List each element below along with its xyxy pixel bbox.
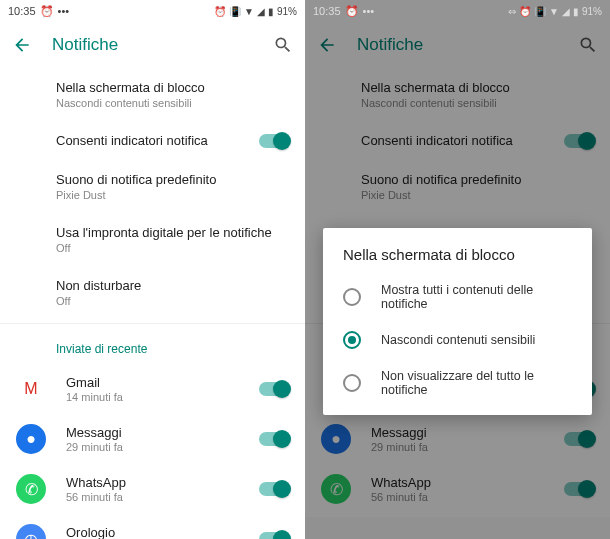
app-name: WhatsApp	[66, 475, 259, 490]
radio-icon	[343, 288, 361, 306]
more-icon: •••	[363, 5, 375, 17]
link-icon: ⇔	[508, 6, 516, 17]
app-row[interactable]: M Gmail 14 minuti fa	[0, 364, 305, 414]
status-time: 10:35	[8, 5, 36, 17]
app-row[interactable]: ● Messaggi 29 minuti fa	[0, 414, 305, 464]
alarm-icon2: ⏰	[519, 6, 531, 17]
app-icon: ✆	[16, 474, 46, 504]
fingerprint-setting[interactable]: Usa l'impronta digitale per le notifiche…	[0, 213, 305, 266]
alarm-icon: ⏰	[40, 5, 54, 18]
sound-title: Suono di notifica predefinito	[56, 172, 289, 187]
battery-icon: ▮	[268, 6, 274, 17]
fingerprint-title: Usa l'impronta digitale per le notifiche	[56, 225, 289, 240]
badges-setting[interactable]: Consenti indicatori notifica	[0, 121, 305, 160]
battery-icon: ▮	[573, 6, 579, 17]
settings-list: Nella schermata di blocco Nascondi conte…	[0, 68, 305, 539]
radio-option[interactable]: Nascondi contenuti sensibili	[323, 321, 592, 359]
radio-icon	[343, 331, 361, 349]
lockscreen-setting[interactable]: Nella schermata di blocco Nascondi conte…	[0, 68, 305, 121]
lockscreen-dialog: Nella schermata di blocco Mostra tutti i…	[323, 228, 592, 415]
sound-value: Pixie Dust	[56, 189, 289, 201]
app-time: 14 minuti fa	[66, 391, 259, 403]
sound-setting[interactable]: Suono di notifica predefinito Pixie Dust	[0, 160, 305, 213]
app-toggle[interactable]	[259, 532, 289, 539]
dnd-title: Non disturbare	[56, 278, 289, 293]
app-time: 56 minuti fa	[66, 491, 259, 503]
alarm-icon: ⏰	[345, 5, 359, 18]
status-bar: 10:35 ⏰ ••• ⇔ ⏰ 📳 ▼ ◢ ▮ 91%	[305, 0, 610, 22]
app-icon: ●	[16, 424, 46, 454]
app-row[interactable]: ✆ WhatsApp 56 minuti fa	[0, 464, 305, 514]
radio-label: Mostra tutti i contenuti delle notifiche	[381, 283, 572, 311]
status-bar: 10:35 ⏰ ••• ⏰ 📳 ▼ ◢ ▮ 91%	[0, 0, 305, 22]
battery-pct: 91%	[582, 6, 602, 17]
badges-title: Consenti indicatori notifica	[56, 133, 289, 148]
app-toggle[interactable]	[259, 432, 289, 446]
back-button[interactable]	[12, 35, 32, 55]
radio-label: Non visualizzare del tutto le notifiche	[381, 369, 572, 397]
app-icon: ◷	[16, 524, 46, 539]
page-title: Notifiche	[52, 35, 253, 55]
phone-left: 10:35 ⏰ ••• ⏰ 📳 ▼ ◢ ▮ 91% Notifiche Nell…	[0, 0, 305, 539]
recent-header: Inviate di recente	[0, 328, 305, 364]
dnd-value: Off	[56, 295, 289, 307]
dnd-setting[interactable]: Non disturbare Off	[0, 266, 305, 319]
app-time: 29 minuti fa	[66, 441, 259, 453]
lockscreen-value: Nascondi contenuti sensibili	[56, 97, 289, 109]
app-name: Orologio	[66, 525, 259, 539]
badges-toggle[interactable]	[259, 134, 289, 148]
signal-icon: ◢	[562, 6, 570, 17]
radio-label: Nascondi contenuti sensibili	[381, 333, 535, 347]
wifi-icon: ▼	[549, 6, 559, 17]
vibrate-icon: 📳	[229, 6, 241, 17]
dialog-title: Nella schermata di blocco	[323, 246, 592, 273]
signal-icon: ◢	[257, 6, 265, 17]
phone-right: 10:35 ⏰ ••• ⇔ ⏰ 📳 ▼ ◢ ▮ 91% Notifiche Ne…	[305, 0, 610, 539]
app-toggle[interactable]	[259, 382, 289, 396]
app-bar: Notifiche	[0, 22, 305, 68]
vibrate-icon: 📳	[534, 6, 546, 17]
alarm-icon2: ⏰	[214, 6, 226, 17]
app-name: Gmail	[66, 375, 259, 390]
more-icon: •••	[58, 5, 70, 17]
fingerprint-value: Off	[56, 242, 289, 254]
battery-pct: 91%	[277, 6, 297, 17]
app-row[interactable]: ◷ Orologio 65 minuti fa	[0, 514, 305, 539]
app-icon: M	[16, 374, 46, 404]
search-button[interactable]	[273, 35, 293, 55]
lockscreen-title: Nella schermata di blocco	[56, 80, 289, 95]
status-time: 10:35	[313, 5, 341, 17]
radio-icon	[343, 374, 361, 392]
app-name: Messaggi	[66, 425, 259, 440]
wifi-icon: ▼	[244, 6, 254, 17]
radio-option[interactable]: Non visualizzare del tutto le notifiche	[323, 359, 592, 407]
app-toggle[interactable]	[259, 482, 289, 496]
radio-option[interactable]: Mostra tutti i contenuti delle notifiche	[323, 273, 592, 321]
divider	[0, 323, 305, 324]
